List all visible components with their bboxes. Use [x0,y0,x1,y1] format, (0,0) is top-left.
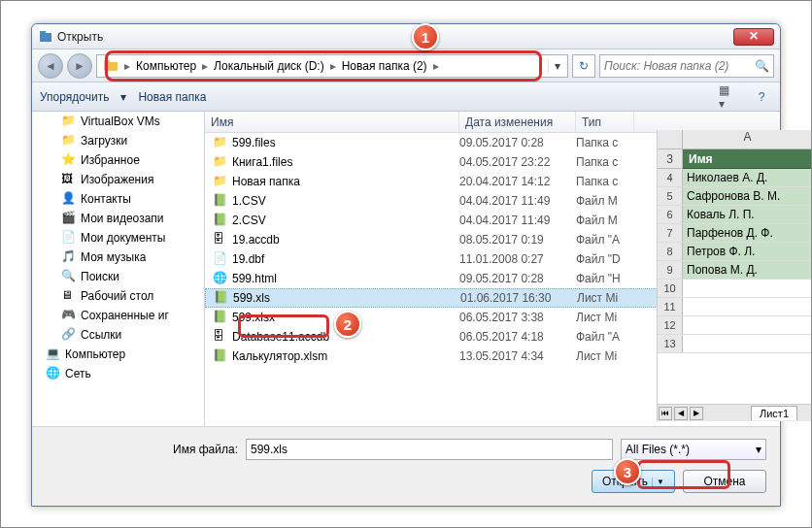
computer-icon: 💻 [46,346,61,362]
forward-button[interactable]: ► [67,53,92,79]
excel-preview: A 3Имя4Николаев А. Д.5Сафронова В. М.6Ко… [657,130,812,421]
sidebar-item[interactable]: 📁VirtualBox VMs [32,112,204,131]
tab-nav-first[interactable]: ⏮ [659,407,672,420]
address-bar[interactable]: ▸ Компьютер ▸ Локальный диск (D:) ▸ Нова… [96,54,568,78]
html-icon: 🌐 [213,271,228,286]
excel-col-header: A [658,130,812,149]
chevron-down-icon: ▾ [756,443,761,456]
chevron-right-icon[interactable]: ▸ [431,59,441,73]
contacts-icon: 👤 [61,191,77,207]
documents-icon: 📄 [61,230,77,246]
view-options-button[interactable]: ▦ ▾ [718,87,739,107]
cancel-button[interactable]: Отмена [683,470,766,493]
sidebar-item[interactable]: 👤Контакты [32,189,204,209]
close-button[interactable]: ✕ [733,28,774,46]
app-icon [38,29,53,45]
excel-cell[interactable]: Николаев А. Д. [683,169,812,186]
excel-cell[interactable]: Парфенов Д. Ф. [683,224,812,242]
file-type-filter[interactable]: All Files (*.*) ▾ [621,439,766,460]
pictures-icon: 🖼 [61,172,77,187]
excel-icon: 📗 [213,193,228,209]
sidebar-item[interactable]: 📁Загрузки [32,131,204,150]
star-icon: ⭐ [61,152,77,168]
excel-header-cell[interactable]: Имя [683,149,812,169]
dialog-title: Открыть [57,30,733,44]
sidebar[interactable]: 📁VirtualBox VMs📁Загрузки⭐Избранное🖼Изобр… [32,112,205,426]
access-icon: 🗄 [213,329,228,345]
refresh-button[interactable]: ↻ [572,54,595,78]
search-icon: 🔍 [61,269,77,284]
toolbar: Упорядочить ▾ Новая папка ▦ ▾ ? [32,82,780,112]
new-folder-button[interactable]: Новая папка [138,90,206,104]
open-dropdown-icon[interactable]: ▼ [652,478,664,486]
sidebar-item[interactable]: 🎬Мои видеозапи [32,209,204,228]
column-type[interactable]: Тип [576,112,634,132]
sidebar-item[interactable]: 🎵Моя музыка [32,248,204,267]
sidebar-item[interactable]: 🎮Сохраненные иг [32,306,204,325]
search-input[interactable] [604,59,755,73]
titlebar: Открыть ✕ [32,24,780,50]
access-icon: 🗄 [213,232,228,248]
sidebar-item[interactable]: 🖼Изображения [32,170,204,189]
music-icon: 🎵 [61,249,77,265]
open-button[interactable]: Открыть ▼ [592,470,675,493]
sidebar-item[interactable]: 💻Компьютер [32,345,204,364]
bottom-panel: Имя файла: All Files (*.*) ▾ Открыть ▼ О… [32,426,780,506]
chevron-right-icon[interactable]: ▸ [328,59,338,73]
help-button[interactable]: ? [751,87,772,107]
chevron-right-icon[interactable]: ▸ [122,59,132,73]
sheet-tab-bar: ⏮ ◀ ▶ Лист1 [658,404,812,421]
file-icon: 📄 [213,251,228,267]
breadcrumb-item[interactable]: Компьютер [132,59,200,73]
sidebar-item[interactable]: 🖥Рабочий стол [32,286,204,306]
excel-cell[interactable]: Петров Ф. Л. [683,243,812,260]
svg-rect-2 [104,62,118,71]
excel-cell[interactable]: Коваль Л. П. [683,206,812,223]
address-dropdown[interactable]: ▾ [548,59,565,73]
svg-rect-1 [40,31,46,34]
column-name[interactable]: Имя [205,112,459,132]
navbar: ◄ ► ▸ Компьютер ▸ Локальный диск (D:) ▸ … [32,50,780,82]
breadcrumb-item[interactable]: Новая папка (2) [338,59,431,73]
folder-icon: 📁 [61,114,77,129]
games-icon: 🎮 [61,308,77,323]
folder-icon: 📁 [213,174,228,189]
excel-icon: 📗 [214,290,229,306]
excel-cell[interactable] [683,298,812,315]
excel-icon: 📗 [213,348,228,364]
search-icon: 🔍 [755,59,769,73]
filename-input[interactable] [246,439,613,460]
column-date[interactable]: Дата изменения [459,112,576,132]
tab-nav-prev[interactable]: ◀ [674,407,688,420]
search-box[interactable]: 🔍 [599,54,774,78]
excel-icon: 📗 [213,213,228,228]
sidebar-item[interactable]: 📄Мои документы [32,228,204,248]
sidebar-item[interactable]: 🔗Ссылки [32,325,204,345]
folder-icon: 📁 [213,154,228,170]
excel-cell[interactable] [683,316,812,334]
network-icon: 🌐 [46,366,61,381]
links-icon: 🔗 [61,327,77,343]
svg-rect-3 [104,60,110,63]
excel-cell[interactable]: Попова М. Д. [683,261,812,279]
filename-label: Имя файла: [46,443,238,456]
svg-rect-0 [40,33,51,42]
excel-icon: 📗 [213,310,228,325]
excel-cell[interactable]: Сафронова В. М. [683,187,812,205]
tab-nav-next[interactable]: ▶ [690,407,703,420]
sidebar-item[interactable]: ⭐Избранное [32,150,204,170]
sidebar-item[interactable]: 🔍Поиски [32,267,204,286]
excel-cell[interactable] [683,280,812,297]
sidebar-item[interactable]: 🌐Сеть [32,364,204,383]
desktop-icon: 🖥 [61,288,77,304]
chevron-right-icon[interactable]: ▸ [200,59,210,73]
video-icon: 🎬 [61,211,77,226]
back-button[interactable]: ◄ [38,53,63,79]
sheet-tab[interactable]: Лист1 [751,406,797,420]
chevron-down-icon[interactable]: ▾ [120,90,126,104]
organize-button[interactable]: Упорядочить [40,90,109,104]
folder-icon: 📁 [61,133,77,148]
breadcrumb-item[interactable]: Локальный диск (D:) [210,59,328,73]
excel-cell[interactable] [683,335,812,352]
folder-icon [103,58,118,74]
